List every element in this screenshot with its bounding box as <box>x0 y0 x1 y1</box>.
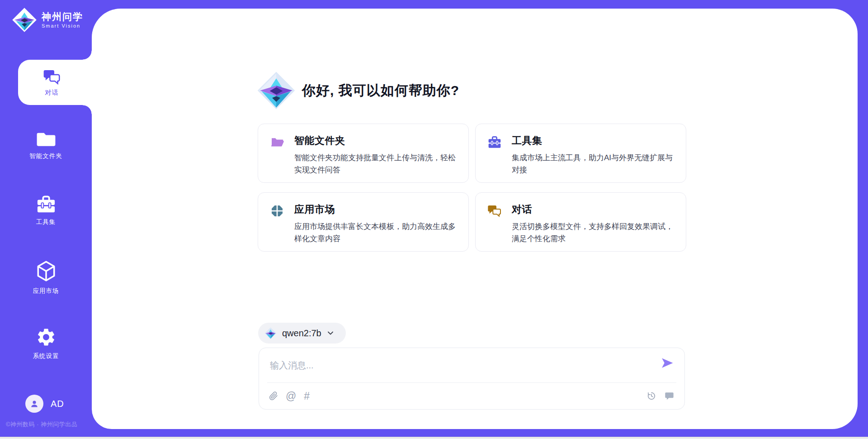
gear-icon <box>36 327 57 348</box>
brand-name: 神州问学 <box>42 11 83 22</box>
copyright-text: ©神州数码 · 神州问学出品 <box>6 420 92 429</box>
quick-reply-button[interactable] <box>664 391 675 401</box>
tab-fillet-top <box>83 51 92 60</box>
attachment-button[interactable] <box>269 391 278 401</box>
app-root: 神州问学 Smart Vision 对话 智能文件夹 <box>0 0 868 439</box>
greeting-title: 你好, 我可以如何帮助你? <box>302 81 459 100</box>
mention-icon: @ <box>286 390 296 402</box>
sidebar-item-settings[interactable]: 系统设置 <box>0 327 92 360</box>
sidebar-item-chat[interactable]: 对话 <box>18 60 92 105</box>
composer-tools-right <box>646 383 675 409</box>
card-title: 智能文件夹 <box>294 134 462 148</box>
folder-icon <box>36 130 57 148</box>
sidebar-item-settings-label: 系统设置 <box>33 352 59 360</box>
tab-fillet-bottom <box>83 105 92 114</box>
brand-diamond-icon <box>12 7 37 33</box>
send-button[interactable] <box>660 356 675 371</box>
card-toolset[interactable]: 工具集 集成市场上主流工具，助力AI与外界无缝扩展与对接 <box>475 124 686 183</box>
hashtag-button[interactable]: # <box>304 390 310 402</box>
user-name: AD <box>51 399 64 409</box>
sidebar-item-smart-folder[interactable]: 智能文件夹 <box>0 130 92 160</box>
brand-text: 神州问学 Smart Vision <box>42 11 83 29</box>
card-body: 智能文件夹 智能文件夹功能支持批量文件上传与清洗，轻松实现文件问答 <box>294 134 462 182</box>
message-input[interactable] <box>270 356 650 374</box>
toolbox-icon <box>487 135 502 149</box>
card-app-market[interactable]: 应用市场 应用市场提供丰富长文本模板，助力高效生成多样化文章内容 <box>258 192 469 252</box>
chevron-down-icon <box>327 329 334 337</box>
paperclip-icon <box>269 391 278 401</box>
person-icon <box>29 398 40 409</box>
brand: 神州问学 Smart Vision <box>12 7 83 33</box>
model-selector[interactable]: qwen2:7b <box>258 323 346 344</box>
sidebar-item-app-market[interactable]: 应用市场 <box>0 260 92 295</box>
history-button[interactable] <box>646 391 656 401</box>
send-icon <box>660 356 674 370</box>
folder-open-icon <box>270 135 284 149</box>
card-title: 应用市场 <box>294 203 462 216</box>
message-composer: @ # <box>259 348 685 410</box>
sidebar-item-app-market-label: 应用市场 <box>33 287 59 295</box>
assistant-diamond-icon <box>257 71 296 110</box>
card-smart-folder[interactable]: 智能文件夹 智能文件夹功能支持批量文件上传与清洗，轻松实现文件问答 <box>258 124 469 183</box>
toolbox-icon <box>36 195 57 214</box>
sidebar-item-smart-folder-label: 智能文件夹 <box>29 152 62 160</box>
main-content: 你好, 我可以如何帮助你? 智能文件夹 智能文件夹功能支持批量文件上传与清洗，轻… <box>92 9 858 429</box>
model-name: qwen2:7b <box>282 328 321 339</box>
card-description: 应用市场提供丰富长文本模板，助力高效生成多样化文章内容 <box>294 220 462 245</box>
grid-cube-icon <box>270 204 284 218</box>
card-body: 应用市场 应用市场提供丰富长文本模板，助力高效生成多样化文章内容 <box>294 203 462 251</box>
history-icon <box>646 391 656 401</box>
chat-bubbles-icon <box>43 68 61 86</box>
card-description: 智能文件夹功能支持批量文件上传与清洗，轻松实现文件问答 <box>294 152 462 176</box>
card-body: 对话 灵活切换多模型文件，支持多样回复效果调试，满足个性化需求 <box>512 203 680 251</box>
hashtag-icon: # <box>304 390 310 402</box>
cube-icon <box>35 260 57 282</box>
sidebar-item-chat-label: 对话 <box>45 89 59 97</box>
card-description: 集成市场上主流工具，助力AI与外界无缝扩展与对接 <box>512 152 680 176</box>
mention-button[interactable]: @ <box>286 390 296 402</box>
bottom-scrollbar-strip[interactable] <box>0 437 868 439</box>
feature-cards: 智能文件夹 智能文件夹功能支持批量文件上传与清洗，轻松实现文件问答 工具集 集成… <box>258 124 686 252</box>
user-profile[interactable]: AD <box>25 395 64 413</box>
card-body: 工具集 集成市场上主流工具，助力AI与外界无缝扩展与对接 <box>512 134 680 182</box>
card-chat[interactable]: 对话 灵活切换多模型文件，支持多样回复效果调试，满足个性化需求 <box>475 192 686 252</box>
sidebar-item-toolset-label: 工具集 <box>36 218 56 226</box>
card-title: 对话 <box>512 203 680 216</box>
composer-tools-left: @ # <box>269 383 310 409</box>
composer-divider <box>267 382 676 383</box>
model-diamond-icon <box>264 327 277 339</box>
greeting: 你好, 我可以如何帮助你? <box>257 71 459 110</box>
chat-bubble-icon <box>664 391 675 401</box>
sidebar-item-toolset[interactable]: 工具集 <box>0 195 92 226</box>
avatar <box>25 395 43 413</box>
chat-bubbles-icon <box>487 204 502 218</box>
card-title: 工具集 <box>512 134 680 148</box>
card-description: 灵活切换多模型文件，支持多样回复效果调试，满足个性化需求 <box>512 220 680 245</box>
brand-subtitle: Smart Vision <box>42 23 83 29</box>
sidebar: 神州问学 Smart Vision 对话 智能文件夹 <box>0 0 92 439</box>
